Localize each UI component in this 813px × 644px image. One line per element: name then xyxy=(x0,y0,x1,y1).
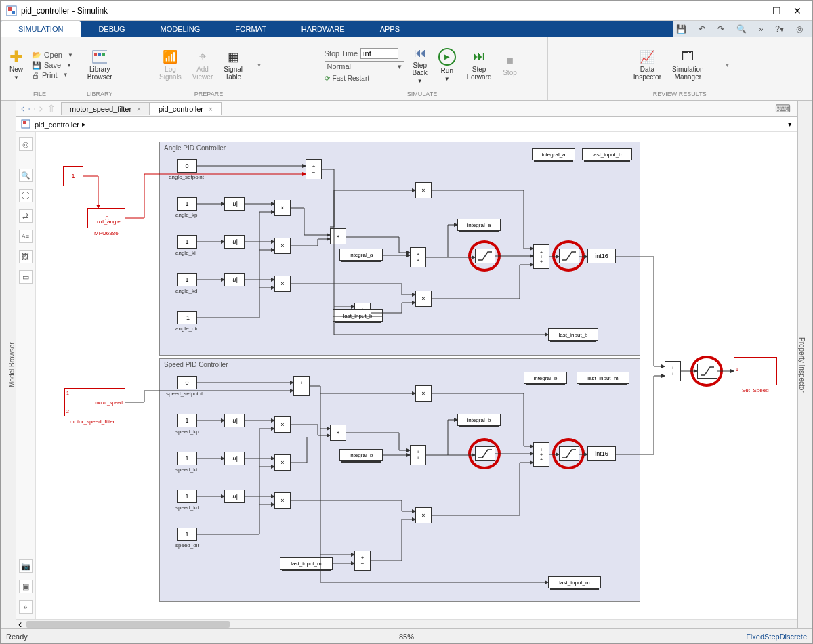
editor-tab-pid-controller[interactable]: pid_controller× xyxy=(150,102,222,115)
mult-s-2[interactable]: × xyxy=(274,454,291,471)
status-solver[interactable]: FixedStepDiscrete xyxy=(746,632,807,641)
const-speed-kd[interactable]: 1 xyxy=(177,490,197,503)
sim-manager-button[interactable]: 🗔Simulation Manager xyxy=(669,48,707,82)
save-button[interactable]: 💾Save▼ xyxy=(32,61,73,70)
tab-apps[interactable]: APPS xyxy=(362,21,417,37)
camera-tool[interactable]: 📷 xyxy=(19,559,33,573)
const-speed-kp[interactable]: 1 xyxy=(177,414,197,427)
roll-angle-block[interactable]: ⎍ xyxy=(87,208,125,228)
run-button[interactable]: ▶Run▼ xyxy=(436,47,459,83)
mult-s-1[interactable]: × xyxy=(274,416,291,433)
sum-s-4[interactable]: +++ xyxy=(533,442,549,467)
memstore-integral-b[interactable]: integral_b xyxy=(524,372,567,384)
dswrite-integral-a[interactable]: integral_a xyxy=(457,219,501,231)
speed-pid-subsystem[interactable]: Speed PID Controller xyxy=(159,358,640,602)
more-tools[interactable]: » xyxy=(19,600,33,614)
tab-close-icon[interactable]: × xyxy=(137,106,141,113)
mult-a-5[interactable]: × xyxy=(415,182,432,198)
dsread-integral-a[interactable]: integral_a xyxy=(339,249,383,261)
dswrite-last-input-b[interactable]: last_input_b xyxy=(548,328,598,341)
fit-view-tool[interactable]: ◎ xyxy=(19,137,33,151)
new-button[interactable]: ✚ New ▼ xyxy=(6,48,26,82)
tab-hardware[interactable]: HARDWARE xyxy=(284,21,362,37)
mult-a-6[interactable]: × xyxy=(415,291,432,307)
mult-a-3[interactable]: × xyxy=(274,276,291,292)
tab-simulation[interactable]: SIMULATION xyxy=(1,21,81,37)
const-speed-dir[interactable]: 1 xyxy=(177,528,197,541)
dswrite-last-input-m[interactable]: last_input_m xyxy=(548,576,601,588)
mult-s-5[interactable]: × xyxy=(415,385,432,402)
tab-debug[interactable]: DEBUG xyxy=(81,21,142,37)
const-angle-setpoint[interactable]: 0 xyxy=(177,159,197,173)
abs-speed-kp[interactable]: |u| xyxy=(224,414,245,427)
breadcrumb-menu[interactable]: ▾ xyxy=(788,120,792,129)
tab-modeling[interactable]: MODELING xyxy=(143,21,218,37)
save-icon[interactable]: 💾 xyxy=(673,23,689,35)
print-button[interactable]: 🖨Print▼ xyxy=(32,71,73,79)
fast-restart-button[interactable]: ⟳Fast Restart xyxy=(325,74,404,82)
close-button[interactable]: ✕ xyxy=(793,5,801,16)
redo-icon[interactable]: ↷ xyxy=(715,23,727,35)
const-speed-ki[interactable]: 1 xyxy=(177,452,197,465)
abs-speed-kd[interactable]: |u| xyxy=(224,490,245,503)
ribbon-collapse[interactable]: ▾ xyxy=(726,61,729,68)
memstore-last-input-m[interactable]: last_input_m xyxy=(577,372,629,384)
add-viewer-button[interactable]: ⌖Add Viewer xyxy=(190,48,215,82)
tab-format[interactable]: FORMAT xyxy=(217,21,284,37)
model-root-icon[interactable] xyxy=(21,119,30,130)
sum-a-3[interactable]: ++ xyxy=(410,247,426,267)
search-icon[interactable]: 🔍 xyxy=(734,23,749,35)
annotate-tool[interactable]: A≡ xyxy=(19,230,33,243)
nav-fwd[interactable]: ⇨ xyxy=(34,102,43,115)
prepare-expand[interactable]: ▾ xyxy=(257,61,261,68)
sum-s-2[interactable]: +− xyxy=(354,551,371,571)
dswrite-integral-b[interactable]: integral_b xyxy=(457,414,501,426)
minimize-button[interactable]: — xyxy=(751,5,760,16)
set-speed-block[interactable]: 1 xyxy=(734,357,777,385)
record-tool[interactable]: ▣ xyxy=(19,580,33,593)
nav-up[interactable]: ⇧ xyxy=(47,102,56,115)
editor-tab-motor-speed-filter[interactable]: motor_speed_filter× xyxy=(61,102,150,115)
const-angle-dir[interactable]: -1 xyxy=(177,311,197,324)
mult-a-1[interactable]: × xyxy=(274,200,291,216)
const-angle-kp[interactable]: 1 xyxy=(177,197,197,211)
step-back-button[interactable]: ⏮Step Back▼ xyxy=(410,44,430,85)
motor-speed-filter-block[interactable]: 1 2 motor_speed xyxy=(64,388,125,416)
abs-angle-kd[interactable]: |u| xyxy=(224,273,245,286)
log-signals-button[interactable]: 📶Log Signals xyxy=(157,48,184,82)
dsread-last-input-m[interactable]: last_input_m xyxy=(280,557,333,570)
stop-button[interactable]: ■Stop xyxy=(499,51,520,78)
const-angle-ki[interactable]: 1 xyxy=(177,235,197,249)
keyboard-icon[interactable]: ⌨ xyxy=(775,102,797,115)
undo-icon[interactable]: ↶ xyxy=(696,23,708,35)
tab-close-icon[interactable]: × xyxy=(209,106,213,113)
sum-a-1[interactable]: +− xyxy=(306,159,322,179)
area-tool[interactable]: ▭ xyxy=(19,270,33,284)
const-angle-kd[interactable]: 1 xyxy=(177,273,197,286)
open-button[interactable]: 📂Open▼ xyxy=(32,51,73,60)
help-icon[interactable]: ?▾ xyxy=(772,23,787,35)
dtype-int16-a[interactable]: int16 xyxy=(587,249,616,263)
const-speed-setpoint[interactable]: 0 xyxy=(177,376,197,389)
diagram-canvas[interactable]: Angle PID Controller Speed PID Controlle… xyxy=(36,132,797,619)
mult-s-4[interactable]: × xyxy=(330,425,346,441)
sum-output[interactable]: ++ xyxy=(665,361,681,381)
data-inspector-button[interactable]: 📈Data Inspector xyxy=(631,48,664,82)
sum-s-1[interactable]: +− xyxy=(293,376,310,396)
abs-angle-kp[interactable]: |u| xyxy=(224,197,245,211)
maximize-button[interactable]: ☐ xyxy=(772,5,781,16)
property-inspector-panel[interactable]: Property Inspector xyxy=(797,101,812,628)
pan-tool[interactable]: ⇄ xyxy=(19,209,33,223)
expand-icon[interactable]: » xyxy=(756,23,766,35)
library-browser-button[interactable]: Library Browser xyxy=(85,48,115,82)
canvas-hscrollbar[interactable]: ‹ xyxy=(16,619,797,628)
dsread-last-input-b[interactable]: last_input_b xyxy=(333,309,383,322)
image-tool[interactable]: 🖼 xyxy=(19,250,33,263)
nav-back[interactable]: ⇦ xyxy=(21,102,30,115)
signal-table-button[interactable]: ▦Signal Table xyxy=(221,48,245,82)
sum-a-4[interactable]: +++ xyxy=(533,244,549,269)
mult-s-6[interactable]: × xyxy=(415,507,432,523)
dtype-int16-s[interactable]: int16 xyxy=(587,446,616,461)
stop-time-input[interactable] xyxy=(360,48,398,59)
fit-tool[interactable]: ⛶ xyxy=(19,189,33,202)
